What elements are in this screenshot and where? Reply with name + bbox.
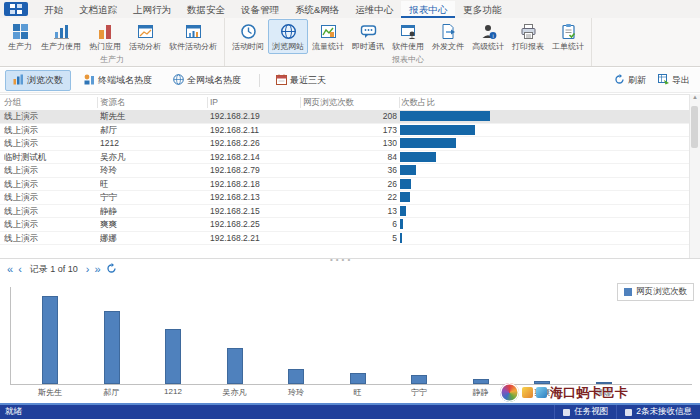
ribbon-button[interactable]: 热门应用	[85, 19, 125, 54]
ribbon-button[interactable]: 生产力使用	[37, 19, 85, 54]
table-row[interactable]: 线上演示斯先生192.168.2.19208	[0, 110, 690, 124]
table-row[interactable]: 线上演示1212192.168.2.26130	[0, 137, 690, 151]
table-row[interactable]: 线上演示郝厅192.168.2.11173	[0, 124, 690, 138]
cell-count: 208	[300, 111, 397, 121]
table-row[interactable]: 临时测试机吴亦凡192.168.2.1484	[0, 151, 690, 165]
view-tab[interactable]: 终端域名热度	[76, 70, 160, 91]
view-tab[interactable]: 全网域名热度	[165, 70, 249, 91]
global-domain-icon	[173, 74, 184, 87]
table-row[interactable]: 线上演示旺192.168.2.1826	[0, 178, 690, 192]
table-row[interactable]: 线上演示静静192.168.2.1513	[0, 205, 690, 219]
cell-resource-name: 吴亦凡	[100, 152, 206, 164]
column-header[interactable]: 网页浏览次数	[303, 97, 354, 109]
table-scrollbar[interactable]: ▲	[689, 94, 700, 258]
task-view-icon	[563, 409, 570, 416]
ribbon-button[interactable]: 活动分析	[125, 19, 165, 54]
first-page-button[interactable]: «	[7, 264, 13, 274]
ribbon-button[interactable]: 浏览网站	[268, 19, 308, 54]
chart-x-label: 吴亦凡	[205, 387, 265, 398]
cell-group: 线上演示	[4, 206, 96, 218]
app-window: 开始文档追踪上网行为数据安全设备管理系统&网络运维中心报表中心更多功能 生产力生…	[0, 0, 700, 419]
prev-page-button[interactable]: ‹	[18, 264, 22, 274]
cell-resource-name: 斯先生	[100, 111, 206, 123]
ribbon-button[interactable]: 软件使用	[388, 19, 428, 54]
export-button[interactable]: 导出	[658, 74, 690, 87]
ribbon-button[interactable]: 软件活动分析	[165, 19, 221, 54]
column-header[interactable]: IP	[210, 97, 218, 107]
last-page-button[interactable]: »	[95, 264, 101, 274]
pager-refresh-icon[interactable]	[106, 263, 117, 275]
ribbon-group: 生产力生产力使用热门应用活动分析软件活动分析生产力	[0, 18, 225, 66]
cell-ip: 192.168.2.13	[210, 192, 298, 202]
status-item[interactable]: 2条未接收信息	[616, 405, 700, 419]
column-header[interactable]: 资源名	[100, 97, 126, 109]
ribbon-button[interactable]: 生产力	[3, 19, 37, 54]
ribbon-button-label: 热门应用	[89, 41, 121, 52]
ribbon-button-label: 生产力	[8, 41, 32, 52]
ribbon-button[interactable]: 即时通讯	[348, 19, 388, 54]
status-ready-label: 就绪	[0, 406, 22, 418]
table-header: 分组资源名IP网页浏览次数次数占比	[0, 94, 690, 111]
menu-tab[interactable]: 文档追踪	[71, 1, 125, 18]
legend-label: 网页浏览次数	[636, 286, 687, 298]
legend-swatch	[624, 288, 632, 296]
app-menu-button[interactable]	[4, 2, 28, 16]
menu-tab[interactable]: 更多功能	[455, 1, 509, 18]
chart-x-label: 郝厅	[82, 387, 142, 398]
status-item[interactable]: 任务视图	[554, 405, 616, 419]
menu-tab[interactable]: 数据安全	[179, 1, 233, 18]
chart-x-label: 斯先生	[20, 387, 80, 398]
table-row[interactable]: 线上演示爽爽192.168.2.256	[0, 218, 690, 232]
count-proportion-bar	[400, 111, 490, 121]
ribbon-button[interactable]: 外发文件	[428, 19, 468, 54]
ribbon-button[interactable]: 流量统计	[308, 19, 348, 54]
ribbon-button[interactable]: i高级统计	[468, 19, 508, 54]
ribbon-button-label: 活动时间	[232, 41, 264, 52]
ribbon-group-label: 生产力	[3, 55, 221, 66]
menu-tab[interactable]: 运维中心	[347, 1, 401, 18]
ribbon-button[interactable]: 活动时间	[228, 19, 268, 54]
ribbon-button[interactable]: 工单统计	[548, 19, 588, 54]
ribbon-button-label: 流量统计	[312, 41, 344, 52]
count-proportion-bar	[400, 179, 411, 189]
cell-group: 线上演示	[4, 179, 96, 191]
traffic-stats-icon	[320, 22, 337, 40]
calendar-icon	[276, 74, 287, 87]
cell-count: 26	[300, 179, 397, 189]
scrollbar-thumb[interactable]	[691, 106, 698, 148]
menu-tabs: 开始文档追踪上网行为数据安全设备管理系统&网络运维中心报表中心更多功能	[36, 1, 509, 18]
menu-tab[interactable]: 报表中心	[401, 1, 455, 18]
ribbon-button-label: 工单统计	[552, 41, 584, 52]
menu-tab[interactable]: 系统&网络	[287, 1, 347, 18]
splitter-handle[interactable]: ••••	[330, 255, 353, 264]
toolbar-actions: 刷新导出	[614, 74, 690, 87]
column-header[interactable]: 分组	[4, 97, 21, 109]
refresh-button[interactable]: 刷新	[614, 74, 646, 87]
terminal-domain-icon	[84, 74, 95, 87]
table-body: 线上演示斯先生192.168.2.19208线上演示郝厅192.168.2.11…	[0, 110, 690, 245]
view-tab[interactable]: 浏览次数	[5, 70, 71, 91]
menu-tab[interactable]: 开始	[36, 1, 71, 18]
cell-ip: 192.168.2.14	[210, 152, 298, 162]
report-toolbar: 浏览次数终端域名热度全网域名热度 最近三天 刷新导出	[0, 68, 700, 93]
table-row[interactable]: 线上演示玲玲192.168.2.7936	[0, 164, 690, 178]
view-tabs: 浏览次数终端域名热度全网域名热度	[0, 70, 249, 91]
table-row[interactable]: 线上演示宁宁192.168.2.1322	[0, 191, 690, 205]
count-proportion-bar	[400, 138, 456, 148]
export-icon	[658, 74, 669, 87]
column-header[interactable]: 次数占比	[401, 97, 435, 109]
menu-tab[interactable]: 设备管理	[233, 1, 287, 18]
next-page-button[interactable]: ›	[86, 264, 90, 274]
chart-bar	[411, 375, 427, 384]
date-range-filter[interactable]: 最近三天	[270, 71, 332, 90]
table-row[interactable]: 线上演示娜娜192.168.2.215	[0, 232, 690, 246]
ribbon-button[interactable]: 打印报表	[508, 19, 548, 54]
productivity-icon	[12, 22, 29, 40]
cell-count: 13	[300, 206, 397, 216]
usage-chart-icon	[53, 22, 70, 40]
cell-group: 线上演示	[4, 233, 96, 245]
menu-tab[interactable]: 上网行为	[125, 1, 179, 18]
chart-bar	[288, 369, 304, 384]
software-activity-icon	[185, 22, 202, 40]
scroll-up-icon[interactable]: ▲	[692, 94, 698, 100]
